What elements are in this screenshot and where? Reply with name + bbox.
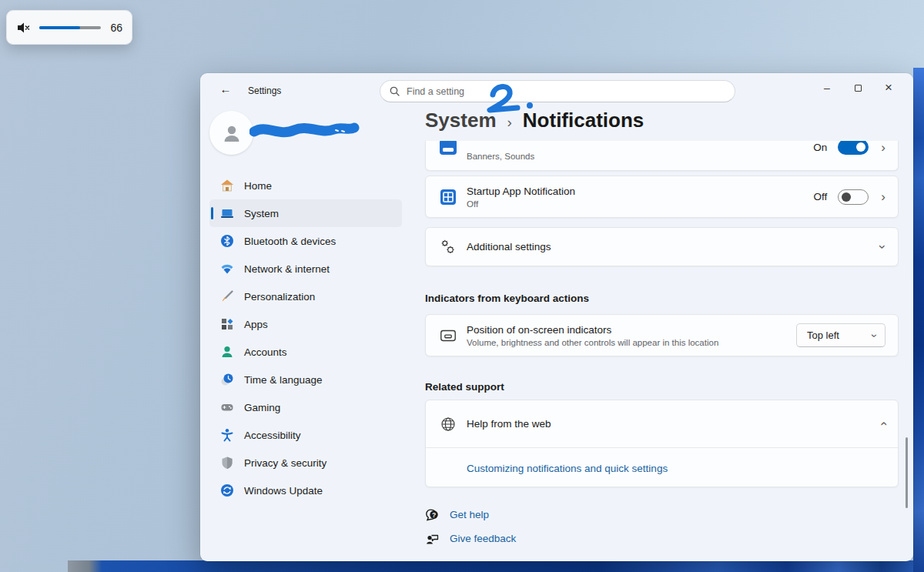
person-icon bbox=[220, 122, 243, 145]
back-button[interactable]: ← bbox=[216, 82, 236, 99]
volume-osd: 66 bbox=[6, 10, 132, 45]
bluetooth-icon bbox=[220, 234, 234, 248]
sidebar-item-system[interactable]: System bbox=[209, 199, 402, 227]
wallpaper-right-bloom bbox=[913, 68, 924, 572]
chevron-down-icon: › bbox=[877, 245, 890, 249]
sidebar-item-label: Privacy & security bbox=[244, 457, 326, 469]
breadcrumb-separator-icon: › bbox=[507, 111, 512, 131]
chevron-right-icon: › bbox=[881, 141, 886, 154]
row-title: Startup App Notification bbox=[467, 186, 814, 197]
sidebar-item-privacy-security[interactable]: Privacy & security bbox=[209, 449, 402, 477]
sidebar-item-apps[interactable]: Apps bbox=[209, 310, 402, 338]
sidebar-item-label: Personalization bbox=[244, 291, 315, 303]
privacy-security-icon bbox=[220, 456, 234, 470]
give-feedback-icon bbox=[425, 530, 440, 546]
chevron-down-icon: › bbox=[870, 333, 881, 337]
scrollbar-thumb[interactable] bbox=[906, 437, 908, 508]
sidebar-item-personalization[interactable]: Personalization bbox=[209, 283, 402, 310]
toggle-knob bbox=[842, 192, 851, 202]
position-dropdown[interactable]: Top left › bbox=[796, 323, 886, 347]
startup-app-icon bbox=[438, 187, 458, 207]
additional-settings-row[interactable]: Additional settings › bbox=[425, 227, 899, 266]
sidebar-item-label: Time & language bbox=[244, 374, 323, 386]
sidebar-item-gaming[interactable]: Gaming bbox=[209, 393, 402, 421]
toggle-state-label: Off bbox=[814, 191, 828, 202]
get-help-icon: ? bbox=[425, 507, 440, 522]
volume-slider[interactable] bbox=[39, 26, 101, 29]
wallpaper-bottom-bloom bbox=[68, 560, 924, 572]
sidebar-item-home[interactable]: Home bbox=[209, 172, 402, 199]
section-header-related-support: Related support bbox=[425, 381, 504, 393]
sidebar-item-accessibility[interactable]: Accessibility bbox=[209, 421, 402, 449]
row-title: Additional settings bbox=[467, 241, 881, 253]
breadcrumb: System › Notifications bbox=[425, 109, 644, 132]
network-icon bbox=[220, 262, 234, 276]
startup-app-notification-row[interactable]: Startup App Notification Off Off › bbox=[425, 176, 899, 218]
give-feedback-link: Give feedback bbox=[450, 533, 516, 544]
search-icon bbox=[390, 86, 400, 96]
row-subtitle: Volume, brightness and other controls wi… bbox=[467, 338, 796, 347]
toggle-knob bbox=[856, 142, 865, 152]
app-title: Settings bbox=[248, 85, 281, 96]
sidebar-item-label: Accounts bbox=[244, 346, 287, 358]
personalization-icon bbox=[220, 289, 234, 303]
chevron-up-icon: › bbox=[877, 422, 890, 426]
screen-indicator-icon bbox=[438, 326, 458, 346]
chevron-right-icon: › bbox=[881, 190, 886, 203]
accounts-icon bbox=[220, 345, 234, 359]
toggle-state-label: On bbox=[813, 142, 827, 153]
system-icon bbox=[220, 206, 234, 220]
apps-icon bbox=[220, 317, 234, 331]
section-header-indicators: Indicators from keyboard actions bbox=[425, 293, 589, 304]
get-help-row[interactable]: ? Get help bbox=[425, 507, 489, 522]
sidebar-item-label: Apps bbox=[244, 319, 268, 330]
related-support-card: Help from the web › Customizing notifica… bbox=[425, 400, 899, 487]
main-content: System › Notifications Banners, Sounds O… bbox=[425, 73, 899, 561]
sidebar-item-network-internet[interactable]: Network & internet bbox=[209, 255, 402, 283]
give-feedback-row[interactable]: Give feedback bbox=[425, 530, 516, 546]
sidebar-item-time-language[interactable]: Time & language bbox=[209, 366, 402, 393]
windows-update-icon bbox=[220, 483, 234, 497]
muted-speaker-icon[interactable] bbox=[16, 21, 32, 35]
dropdown-value: Top left bbox=[807, 329, 873, 341]
gaming-icon bbox=[220, 400, 234, 414]
volume-value: 66 bbox=[109, 22, 122, 34]
sidebar-item-windows-update[interactable]: Windows Update bbox=[209, 477, 402, 504]
sidebar-item-label: Gaming bbox=[244, 402, 280, 413]
row-subtitle: Off bbox=[467, 199, 814, 209]
sidebar-item-label: Accessibility bbox=[244, 430, 301, 441]
desktop: { "colors": { "accent": "#0067c0", "link… bbox=[0, 0, 924, 572]
home-icon bbox=[220, 179, 234, 192]
globe-icon bbox=[438, 414, 458, 434]
accessibility-icon bbox=[220, 428, 234, 442]
notifications-row[interactable]: Banners, Sounds On › bbox=[425, 141, 899, 171]
help-link-row: Customizing notifications and quick sett… bbox=[426, 448, 898, 488]
account-avatar[interactable] bbox=[209, 111, 253, 155]
notification-banner-icon bbox=[438, 141, 458, 157]
row-title: Position of on-screen indicators bbox=[467, 324, 796, 336]
titlebar: ← Settings bbox=[216, 82, 281, 99]
sidebar-item-bluetooth-devices[interactable]: Bluetooth & devices bbox=[209, 227, 402, 255]
row-subtitle: Banners, Sounds bbox=[467, 152, 813, 161]
sidebar-item-label: Network & internet bbox=[244, 263, 330, 275]
time-language-icon bbox=[220, 373, 234, 386]
sidebar: Home System Bluetooth & devices Network … bbox=[209, 172, 402, 504]
settings-window: ← Settings – × Home System bbox=[200, 73, 913, 561]
sidebar-item-label: Bluetooth & devices bbox=[244, 236, 336, 247]
sidebar-item-label: Home bbox=[244, 180, 272, 192]
get-help-link: Get help bbox=[450, 509, 489, 520]
help-from-web-row[interactable]: Help from the web › bbox=[426, 400, 898, 447]
notifications-toggle[interactable] bbox=[838, 141, 869, 155]
svg-text:?: ? bbox=[432, 511, 436, 519]
customizing-notifications-link[interactable]: Customizing notifications and quick sett… bbox=[467, 463, 668, 474]
page-title: Notifications bbox=[523, 109, 644, 132]
row-title: Help from the web bbox=[467, 418, 881, 430]
position-indicators-row: Position of on-screen indicators Volume,… bbox=[425, 314, 899, 356]
volume-slider-fill bbox=[39, 26, 80, 29]
startup-notification-toggle[interactable] bbox=[838, 189, 869, 205]
sidebar-item-label: Windows Update bbox=[244, 485, 323, 497]
sidebar-item-accounts[interactable]: Accounts bbox=[209, 338, 402, 366]
breadcrumb-system[interactable]: System bbox=[425, 109, 497, 132]
name-scribble-annotation bbox=[249, 118, 361, 144]
gears-icon bbox=[438, 237, 458, 257]
